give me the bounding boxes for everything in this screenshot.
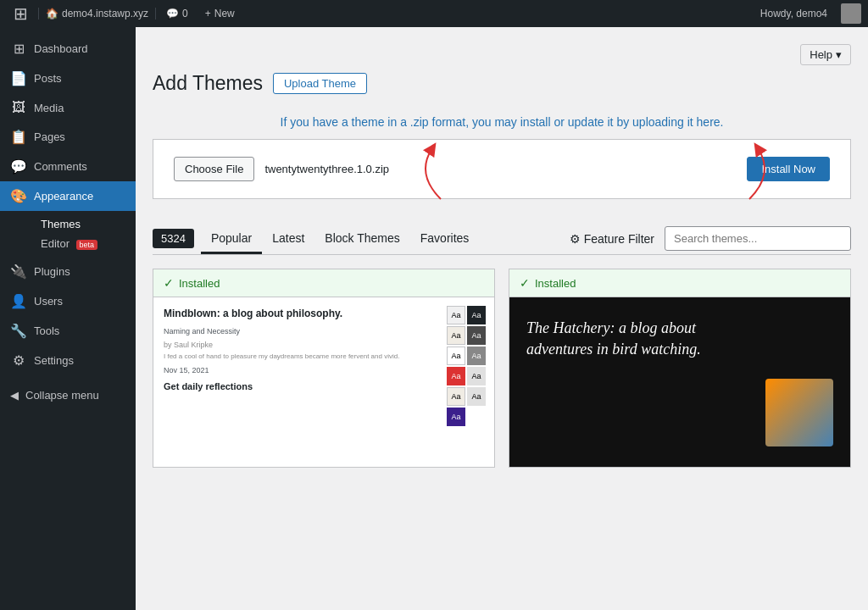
file-name-text: twentytwentythree.1.0.zip	[264, 163, 737, 175]
tab-popular[interactable]: Popular	[201, 225, 262, 254]
installed-banner-1: ✓ Installed	[153, 269, 494, 297]
author-by-1: by Saul Kripke	[164, 341, 425, 349]
upload-box: Choose File twentytwentythree.1.0.zip In…	[153, 139, 851, 199]
tools-icon: 🔧	[10, 323, 27, 339]
appearance-submenu: Themes Editor beta	[0, 211, 136, 257]
check-icon-1: ✓	[164, 276, 174, 290]
search-themes-input[interactable]	[665, 226, 851, 251]
theme-subtitle-1: Get daily reflections	[164, 381, 484, 391]
comment-icon: 💬	[166, 8, 179, 19]
tab-latest[interactable]: Latest	[262, 225, 314, 254]
sidebar-sub-editor[interactable]: Editor beta	[34, 234, 136, 253]
sidebar-item-users[interactable]: 👤 Users	[0, 286, 136, 316]
main-content: Help ▾ Add Themes Upload Theme If you ha…	[136, 27, 868, 610]
page-header: Add Themes Upload Theme	[153, 72, 851, 95]
posts-icon: 📄	[10, 70, 27, 86]
site-link[interactable]: 🏠 demo4.instawp.xyz	[38, 8, 156, 19]
sidebar-item-plugins[interactable]: 🔌 Plugins	[0, 257, 136, 286]
wp-logo-icon[interactable]: ⊞	[7, 3, 35, 24]
sidebar-item-dashboard[interactable]: ⊞ Dashboard	[0, 34, 136, 64]
theme-preview-2: The Hatchery: a blog about adventures in…	[509, 297, 850, 467]
sidebar-item-settings[interactable]: ⚙ Settings	[0, 346, 136, 375]
sidebar-item-pages[interactable]: 📋 Pages	[0, 122, 136, 152]
tab-block-themes[interactable]: Block Themes	[314, 225, 409, 254]
plus-icon: +	[205, 8, 211, 19]
author-line-1: Naming and Necessity	[164, 326, 425, 337]
themes-grid: ✓ Installed Aa Aa Aa Aa	[153, 269, 851, 468]
theme-card-1: ✓ Installed Aa Aa Aa Aa	[153, 269, 495, 468]
beta-badge: beta	[76, 240, 98, 250]
avatar[interactable]	[841, 3, 861, 24]
tabs-bar: 5324 Popular Latest Block Themes Favorit…	[153, 223, 851, 255]
theme-preview-1: Aa Aa Aa Aa Aa Aa Aa Aa	[153, 297, 494, 467]
theme-preview-title: Mindblown: a blog about philosophy.	[164, 308, 425, 319]
tab-favorites[interactable]: Favorites	[410, 225, 480, 254]
help-chevron-icon: ▾	[836, 48, 842, 61]
help-area: Help ▾	[153, 44, 851, 65]
dark-theme-text: The Hatchery: a blog about adventures in…	[526, 318, 755, 360]
install-now-button[interactable]: Install Now	[747, 157, 830, 181]
pages-icon: 📋	[10, 129, 27, 145]
feature-filter-button[interactable]: ⚙ Feature Filter	[559, 225, 665, 252]
gear-icon: ⚙	[570, 232, 581, 246]
sidebar-item-posts[interactable]: 📄 Posts	[0, 64, 136, 93]
installed-banner-2: ✓ Installed	[509, 269, 850, 297]
sidebar-item-tools[interactable]: 🔧 Tools	[0, 316, 136, 346]
help-button[interactable]: Help ▾	[800, 44, 851, 65]
appearance-icon: 🎨	[10, 188, 27, 204]
comments-link[interactable]: 💬 0	[159, 8, 195, 19]
theme-preview-title-2: The Hatchery: a blog about adventures in…	[526, 318, 755, 360]
site-icon: 🏠	[46, 8, 58, 19]
new-content-button[interactable]: + New	[198, 8, 242, 19]
sidebar-item-comments[interactable]: 💬 Comments	[0, 152, 136, 181]
collapse-icon: ◀	[10, 389, 19, 402]
users-icon: 👤	[10, 293, 27, 309]
sidebar-item-media[interactable]: 🖼 Media	[0, 93, 136, 122]
sidebar: ⊞ Dashboard 📄 Posts 🖼 Media 📋 Pages 💬 Co…	[0, 27, 136, 610]
upload-info-text: If you have a theme in a .zip format, yo…	[153, 115, 851, 129]
upload-theme-button[interactable]: Upload Theme	[273, 73, 367, 94]
check-icon-2: ✓	[520, 276, 530, 290]
theme-count-badge: 5324	[153, 229, 194, 248]
top-bar: ⊞ 🏠 demo4.instawp.xyz 💬 0 + New Howdy, d…	[0, 0, 868, 27]
sidebar-sub-themes[interactable]: Themes	[34, 214, 136, 234]
settings-icon: ⚙	[10, 352, 27, 369]
date-1: Nov 15, 2021	[164, 366, 425, 374]
howdy-text: Howdy, demo4	[754, 8, 834, 19]
sidebar-item-appearance[interactable]: 🎨 Appearance	[0, 181, 136, 211]
media-icon: 🖼	[10, 100, 27, 115]
bird-image-placeholder	[765, 379, 833, 446]
plugins-icon: 🔌	[10, 263, 27, 280]
collapse-menu-button[interactable]: ◀ Collapse menu	[0, 382, 136, 408]
choose-file-button[interactable]: Choose File	[174, 157, 254, 181]
theme-text-area: Mindblown: a blog about philosophy. Nami…	[164, 308, 425, 374]
palette-swatches: Aa Aa Aa Aa Aa Aa Aa Aa	[447, 306, 486, 426]
excerpt-1: I fed a cool of hand to pleasure my dayd…	[164, 352, 425, 361]
theme-card-2: ✓ Installed The Hatchery: a blog about a…	[509, 269, 851, 468]
dashboard-icon: ⊞	[10, 41, 27, 57]
comments-nav-icon: 💬	[10, 158, 27, 175]
page-title: Add Themes	[153, 72, 263, 95]
